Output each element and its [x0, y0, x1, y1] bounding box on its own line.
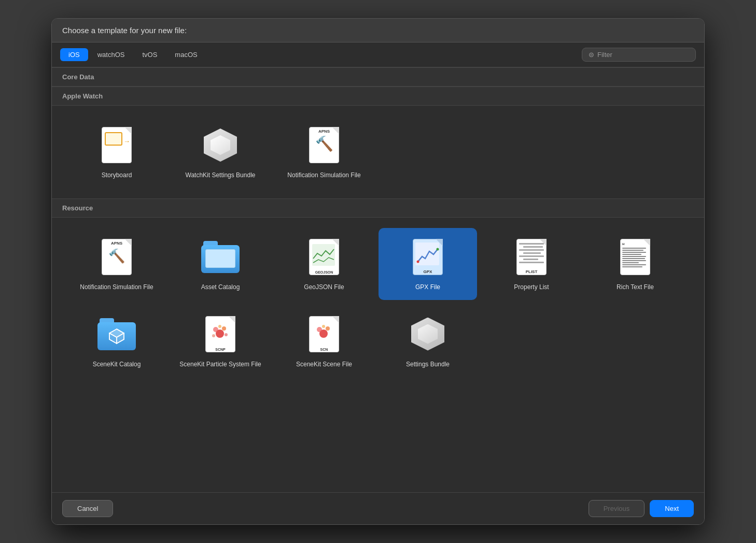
- item-property-list[interactable]: PLIST Property List: [482, 228, 581, 300]
- item-watchkit-settings-bundle[interactable]: WatchKit Settings Bundle: [171, 116, 270, 188]
- rich-text-label: Rich Text File: [617, 283, 654, 292]
- item-geojson-file[interactable]: GEOJSON GeoJSON File: [275, 228, 373, 300]
- footer: Cancel Previous Next: [52, 492, 704, 524]
- tab-macos[interactable]: macOS: [166, 48, 205, 61]
- section-header-apple-watch: Apple Watch: [52, 87, 704, 106]
- cancel-button[interactable]: Cancel: [62, 500, 113, 517]
- notification-apns-watch-icon: APNS 🔨: [303, 124, 345, 166]
- geojson-label: GeoJSON File: [304, 283, 344, 292]
- resource-grid: APNS 🔨 Notification Simulation File: [52, 218, 704, 388]
- item-notification-simulation-file[interactable]: APNS 🔨 Notification Simulation File: [67, 228, 166, 300]
- svg-point-11: [218, 325, 221, 328]
- platform-tabs: iOS watchOS tvOS macOS: [60, 48, 206, 61]
- scnp-icon: SCNP: [200, 313, 241, 355]
- notification-simulation-label: Notification Simulation File: [80, 283, 153, 292]
- toolbar: iOS watchOS tvOS macOS ⊜ Filter: [52, 42, 704, 67]
- scn-icon: SCN: [303, 313, 345, 355]
- item-storyboard[interactable]: → Storyboard: [67, 116, 166, 188]
- apple-watch-grid: → Storyboard WatchKit Settings Bundle: [52, 106, 704, 198]
- geojson-icon: GEOJSON: [303, 236, 345, 278]
- settings-bundle-label: Settings Bundle: [406, 360, 450, 369]
- settings-bundle-icon: [407, 313, 449, 355]
- content-area: Core Data Apple Watch → Storyboard: [52, 67, 704, 492]
- item-settings-bundle[interactable]: Settings Bundle: [379, 305, 477, 377]
- watchkit-bundle-label: WatchKit Settings Bundle: [186, 171, 256, 180]
- asset-catalog-icon: [200, 236, 241, 278]
- svg-point-3: [437, 248, 439, 250]
- scenekit-catalog-label: SceneKit Catalog: [93, 360, 141, 369]
- section-header-core-data: Core Data: [52, 67, 704, 87]
- asset-catalog-label: Asset Catalog: [201, 283, 240, 292]
- item-asset-catalog[interactable]: Asset Catalog: [171, 228, 270, 300]
- svg-point-10: [222, 326, 226, 331]
- gpx-icon: GPX: [407, 236, 449, 278]
- tab-tvos[interactable]: tvOS: [134, 48, 165, 61]
- previous-button[interactable]: Previous: [589, 500, 645, 517]
- scenekit-catalog-icon: [96, 313, 137, 355]
- filter-placeholder[interactable]: Filter: [597, 51, 612, 59]
- svg-point-2: [417, 260, 419, 263]
- section-header-resource: Resource: [52, 198, 704, 218]
- svg-point-12: [212, 334, 215, 337]
- scenekit-scene-label: SceneKit Scene File: [296, 360, 352, 369]
- gpx-label: GPX File: [415, 283, 440, 292]
- watchkit-bundle-icon: [200, 124, 241, 166]
- apns-hammer-icon: APNS 🔨: [96, 236, 137, 278]
- filter-box: ⊜ Filter: [582, 48, 696, 62]
- item-rich-text-file[interactable]: H Rich Te: [586, 228, 684, 300]
- item-scenekit-scene[interactable]: SCN SceneKit Scene File: [275, 305, 373, 377]
- svg-point-17: [322, 325, 325, 328]
- item-gpx-file[interactable]: GPX GPX File: [379, 228, 477, 300]
- template-chooser-dialog: Choose a template for your new file: iOS…: [51, 18, 705, 525]
- svg-point-16: [326, 326, 330, 331]
- dialog-title: Choose a template for your new file:: [52, 19, 704, 42]
- filter-icon: ⊜: [589, 51, 594, 59]
- notification-simulation-watch-label: Notification Simulation File: [287, 171, 360, 180]
- storyboard-icon: →: [96, 124, 137, 166]
- scenekit-particle-label: SceneKit Particle System File: [179, 360, 261, 369]
- svg-point-9: [213, 327, 218, 332]
- property-list-label: Property List: [514, 283, 549, 292]
- svg-point-13: [225, 333, 228, 336]
- next-button[interactable]: Next: [650, 500, 694, 517]
- plist-icon: PLIST: [511, 236, 552, 278]
- item-notification-simulation-watch[interactable]: APNS 🔨 Notification Simulation File: [275, 116, 373, 188]
- rtf-icon: H: [614, 236, 656, 278]
- item-scenekit-catalog[interactable]: SceneKit Catalog: [67, 305, 166, 377]
- svg-point-15: [317, 327, 322, 332]
- item-scenekit-particle[interactable]: SCNP SceneKit Particle System File: [171, 305, 270, 377]
- tab-watchos[interactable]: watchOS: [89, 48, 133, 61]
- storyboard-label: Storyboard: [102, 171, 132, 180]
- tab-ios[interactable]: iOS: [60, 48, 88, 61]
